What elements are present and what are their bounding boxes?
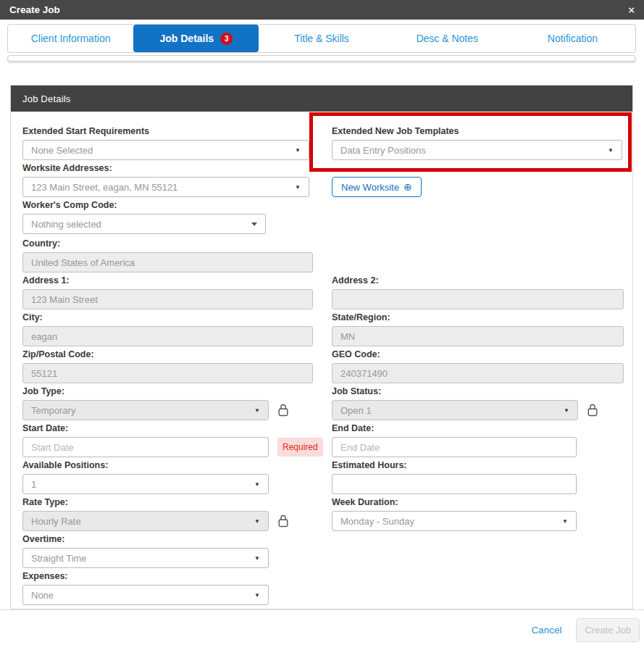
country-label: Country: bbox=[22, 238, 332, 249]
tab-desc-notes[interactable]: Desc & Notes bbox=[385, 25, 510, 52]
extended-start-label: Extended Start Requirements bbox=[22, 126, 332, 136]
address2-label: Address 2: bbox=[332, 275, 624, 286]
form-row: Job Type: Temporary ▼ Job Status: Open 1 bbox=[22, 386, 622, 420]
week-duration-label: Week Duration: bbox=[332, 497, 577, 507]
close-icon[interactable]: × bbox=[628, 4, 635, 15]
cancel-button[interactable]: Cancel bbox=[531, 625, 561, 636]
panel-header: Job Details bbox=[11, 86, 632, 112]
zip-input bbox=[22, 363, 313, 383]
caret-down-icon: ▼ bbox=[254, 407, 260, 414]
caret-down-icon: ▼ bbox=[295, 147, 301, 154]
modal-title: Create Job bbox=[9, 4, 60, 15]
form-row: Start Date: Required End Date: bbox=[22, 423, 622, 457]
extended-templates-select[interactable]: Data Entry Positions ▼ bbox=[332, 140, 622, 160]
lock-icon bbox=[587, 403, 598, 417]
overtime-label: Overtime: bbox=[22, 534, 332, 544]
estimated-hours-label: Estimated Hours: bbox=[332, 460, 577, 470]
caret-down-icon: ▼ bbox=[562, 518, 568, 525]
week-duration-select[interactable]: Monday - Sunday ▼ bbox=[332, 511, 577, 531]
form-row: Worker's Comp Code: Nothing selected bbox=[22, 200, 622, 234]
rate-type-label: Rate Type: bbox=[22, 497, 332, 507]
end-date-label: End Date: bbox=[332, 423, 577, 433]
lock-icon bbox=[277, 403, 289, 417]
worksite-label: Worksite Addresses: bbox=[22, 163, 332, 173]
zip-label: Zip/Postal Code: bbox=[22, 349, 332, 359]
start-date-label: Start Date: bbox=[22, 423, 332, 433]
new-worksite-button[interactable]: New Worksite ⊕ bbox=[332, 177, 422, 197]
workers-comp-label: Worker's Comp Code: bbox=[22, 200, 332, 210]
circle-plus-icon: ⊕ bbox=[403, 182, 412, 192]
form-row: Address 1: Address 2: bbox=[22, 275, 622, 309]
rate-type-select: Hourly Rate ▼ bbox=[22, 511, 269, 531]
caret-down-icon: ▼ bbox=[608, 147, 614, 154]
form-row: Country: bbox=[22, 238, 622, 272]
caret-down-icon: ▼ bbox=[254, 592, 260, 599]
modal-footer: Cancel Create Job bbox=[0, 609, 644, 650]
content-top-strip bbox=[7, 55, 636, 62]
tab-notification[interactable]: Notification bbox=[510, 25, 635, 52]
caret-down-icon: ▼ bbox=[254, 518, 260, 525]
extended-templates-label: Extended New Job Templates bbox=[332, 126, 622, 136]
workers-comp-select[interactable]: Nothing selected bbox=[22, 214, 266, 234]
tab-client-information[interactable]: Client Information bbox=[8, 25, 133, 52]
available-positions-select[interactable]: 1 ▼ bbox=[22, 474, 269, 494]
tab-bar: Client Information Job Details 3 Title &… bbox=[7, 24, 636, 53]
caret-down-icon: ▼ bbox=[564, 407, 569, 414]
caret-down-icon bbox=[251, 222, 257, 226]
tab-job-details[interactable]: Job Details 3 bbox=[133, 25, 259, 52]
form-row: Available Positions: 1 ▼ Estimated Hours… bbox=[22, 460, 622, 494]
extended-start-select[interactable]: None Selected ▼ bbox=[22, 140, 309, 160]
caret-down-icon: ▼ bbox=[254, 555, 260, 562]
job-type-label: Job Type: bbox=[22, 386, 332, 396]
modal-titlebar: Create Job × bbox=[0, 0, 644, 20]
job-status-select: Open 1 ▼ bbox=[332, 400, 578, 420]
lock-icon bbox=[277, 514, 289, 528]
job-details-panel: Job Details Extended Start Requirements … bbox=[10, 85, 633, 609]
create-job-button[interactable]: Create Job bbox=[576, 618, 640, 642]
start-date-input[interactable] bbox=[22, 437, 269, 457]
geo-input bbox=[332, 363, 624, 383]
address1-label: Address 1: bbox=[22, 275, 332, 286]
expenses-label: Expenses: bbox=[22, 571, 332, 581]
caret-down-icon: ▼ bbox=[295, 184, 301, 191]
country-input bbox=[22, 252, 313, 272]
expenses-select[interactable]: None ▼ bbox=[22, 585, 269, 605]
address1-input bbox=[22, 289, 313, 309]
state-label: State/Region: bbox=[332, 312, 624, 322]
city-label: City: bbox=[22, 312, 332, 322]
job-status-label: Job Status: bbox=[332, 386, 598, 396]
state-input bbox=[332, 326, 624, 346]
available-positions-label: Available Positions: bbox=[22, 460, 332, 470]
caret-down-icon: ▼ bbox=[254, 481, 260, 488]
overtime-select[interactable]: Straight Time ▼ bbox=[22, 548, 269, 568]
form-row: Expenses: None ▼ bbox=[22, 571, 622, 605]
form-row: Worksite Addresses: 123 Main Street, eag… bbox=[22, 163, 622, 197]
end-date-input[interactable] bbox=[332, 437, 577, 457]
geo-label: GEO Code: bbox=[332, 349, 624, 359]
panel-body: Extended Start Requirements None Selecte… bbox=[11, 112, 632, 605]
city-input bbox=[22, 326, 313, 346]
job-type-select: Temporary ▼ bbox=[22, 400, 269, 420]
required-badge: Required bbox=[277, 438, 323, 457]
estimated-hours-input[interactable] bbox=[332, 474, 577, 494]
address2-input bbox=[332, 289, 624, 309]
form-row: Extended Start Requirements None Selecte… bbox=[22, 126, 622, 160]
form-row: Zip/Postal Code: GEO Code: bbox=[22, 349, 622, 383]
tab-title-skills[interactable]: Title & Skills bbox=[259, 25, 384, 52]
worksite-select[interactable]: 123 Main Street, eagan, MN 55121 ▼ bbox=[22, 177, 309, 197]
form-row: Overtime: Straight Time ▼ bbox=[22, 534, 622, 568]
error-count-badge: 3 bbox=[220, 33, 233, 45]
form-row: City: State/Region: bbox=[22, 312, 622, 346]
form-row: Rate Type: Hourly Rate ▼ Week Duration: … bbox=[22, 497, 622, 531]
